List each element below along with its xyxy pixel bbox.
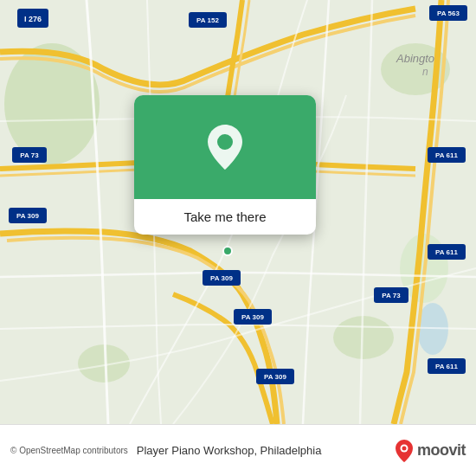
popup-label[interactable]: Take me there [134, 199, 316, 235]
location-pin-icon [206, 123, 244, 171]
bottom-bar: © OpenStreetMap contributors Player Pian… [0, 424, 476, 476]
svg-text:I 276: I 276 [24, 15, 42, 23]
popup-green-area [134, 95, 316, 199]
svg-text:PA 309: PA 309 [241, 313, 264, 321]
popup-card[interactable]: Take me there [134, 95, 316, 235]
svg-text:PA 611: PA 611 [435, 363, 458, 370]
svg-text:PA 73: PA 73 [382, 292, 401, 299]
svg-point-34 [217, 134, 233, 150]
svg-text:PA 611: PA 611 [435, 151, 458, 159]
svg-text:PA 73: PA 73 [20, 151, 39, 159]
svg-text:PA 309: PA 309 [16, 212, 39, 220]
svg-point-4 [78, 344, 130, 383]
svg-text:PA 563: PA 563 [437, 10, 460, 17]
svg-text:PA 309: PA 309 [264, 373, 286, 381]
svg-text:PA 611: PA 611 [435, 248, 458, 256]
moovit-logo: moovit [395, 439, 466, 463]
svg-text:PA 309: PA 309 [210, 274, 233, 282]
location-label: Player Piano Workshop, Philadelphia [137, 444, 322, 457]
svg-point-36 [402, 446, 406, 450]
svg-text:PA 152: PA 152 [196, 16, 219, 24]
map-container[interactable]: I 276 PA 563 PA 152 PA 73 PA 309 PA 309 … [0, 0, 476, 424]
svg-text:Abingto: Abingto [396, 52, 434, 65]
svg-text:n: n [422, 66, 428, 78]
copyright-text: © OpenStreetMap contributors [10, 446, 128, 455]
moovit-text: moovit [417, 441, 466, 460]
moovit-pin-icon [395, 439, 414, 463]
svg-point-33 [223, 247, 232, 255]
